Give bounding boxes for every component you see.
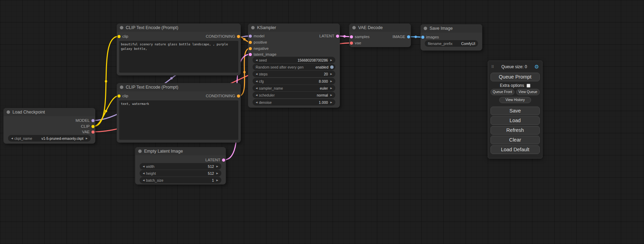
slot-dot[interactable] <box>237 94 240 98</box>
input-slot-negative[interactable]: negative <box>249 45 268 52</box>
collapse-dot-icon[interactable] <box>352 26 356 29</box>
increment-arrow-icon[interactable]: ▶ <box>329 87 334 90</box>
increment-arrow-icon[interactable]: ▶ <box>329 73 334 75</box>
slot-dot[interactable] <box>249 53 252 56</box>
node-clip-text-encode-negative[interactable]: CLIP Text Encode (Prompt) clip CONDITION… <box>117 83 241 143</box>
increment-arrow-icon[interactable]: ▶ <box>329 101 334 104</box>
increment-arrow-icon[interactable]: ▶ <box>215 172 220 175</box>
node-vae-decode[interactable]: VAE Decode samples vae IMAGE <box>349 24 411 47</box>
slot-dot[interactable] <box>237 35 240 38</box>
drag-handle-icon[interactable]: ⠿ <box>491 65 494 69</box>
slot-dot[interactable] <box>421 36 424 39</box>
slot-dot[interactable] <box>91 125 95 128</box>
widget-sampler-name[interactable]: ◀ sampler_name euler ▶ <box>253 85 335 91</box>
decrement-arrow-icon[interactable]: ◀ <box>254 101 259 104</box>
input-slot-images[interactable]: images <box>421 34 439 40</box>
widget-width[interactable]: ◀ width 512 ▶ <box>140 163 221 170</box>
input-slot-clip[interactable]: clip <box>117 33 128 39</box>
output-slot-latent[interactable]: LATENT <box>205 157 225 163</box>
decrement-arrow-icon[interactable]: ◀ <box>254 94 259 97</box>
node-titlebar[interactable]: Empty Latent Image <box>135 147 226 155</box>
output-slot-conditioning[interactable]: CONDITIONING <box>206 33 240 39</box>
output-slot-vae[interactable]: VAE <box>82 129 95 135</box>
node-ksampler[interactable]: KSampler model positive negative latent_… <box>248 24 340 108</box>
increment-arrow-icon[interactable]: ▶ <box>215 179 220 182</box>
slot-dot[interactable] <box>117 94 121 98</box>
widget-control-after-generate[interactable]: Random seed after every gen enabled <box>253 64 335 70</box>
view-history-button[interactable]: View History <box>499 97 531 103</box>
collapse-dot-icon[interactable] <box>120 85 123 89</box>
node-clip-text-encode-positive[interactable]: CLIP Text Encode (Prompt) clip CONDITION… <box>117 24 241 75</box>
collapse-dot-icon[interactable] <box>251 26 255 29</box>
output-slot-latent[interactable]: LATENT <box>319 33 339 39</box>
prompt-textarea[interactable]: text, watermark <box>119 100 238 140</box>
input-slot-model[interactable]: model <box>249 33 264 39</box>
slot-dot[interactable] <box>249 35 252 38</box>
slot-dot[interactable] <box>91 119 95 122</box>
node-titlebar[interactable]: KSampler <box>248 24 340 32</box>
refresh-button[interactable]: Refresh <box>491 126 540 135</box>
increment-arrow-icon[interactable]: ▶ <box>329 59 334 62</box>
decrement-arrow-icon[interactable]: ◀ <box>254 73 259 75</box>
slot-dot[interactable] <box>350 42 353 45</box>
decrement-arrow-icon[interactable]: ◀ <box>141 165 146 168</box>
decrement-arrow-icon[interactable]: ◀ <box>141 172 146 175</box>
slot-dot[interactable] <box>117 35 121 38</box>
slot-dot[interactable] <box>249 41 252 44</box>
queue-prompt-button[interactable]: Queue Prompt <box>491 73 540 81</box>
collapse-dot-icon[interactable] <box>7 110 10 114</box>
node-graph-canvas[interactable]: Load Checkpoint MODEL CLIP VAE ◀ ckpt_na… <box>0 0 644 244</box>
widget-filename-prefix[interactable]: filename_prefix ComfyUI <box>425 40 478 47</box>
output-slot-image[interactable]: IMAGE <box>392 34 410 40</box>
clear-button[interactable]: Clear <box>491 136 540 144</box>
widget-ckpt-name[interactable]: ◀ ckpt_name v1-5-pruned-emaonly.ckpt ▶ <box>8 135 91 142</box>
slot-dot[interactable] <box>350 35 353 38</box>
load-default-button[interactable]: Load Default <box>491 145 540 154</box>
slot-dot[interactable] <box>91 130 95 134</box>
node-titlebar[interactable]: Load Checkpoint <box>3 108 95 116</box>
decrement-arrow-icon[interactable]: ◀ <box>254 59 259 62</box>
node-save-image[interactable]: Save Image images filename_prefix ComfyU… <box>421 24 482 51</box>
queue-front-button[interactable]: Queue Front <box>491 89 514 95</box>
node-titlebar[interactable]: CLIP Text Encode (Prompt) <box>117 83 241 91</box>
widget-cfg[interactable]: ◀ cfg 8.000 ▶ <box>253 78 335 84</box>
input-slot-samples[interactable]: samples <box>350 34 370 40</box>
collapse-dot-icon[interactable] <box>424 27 427 30</box>
decrement-arrow-icon[interactable]: ◀ <box>254 87 259 90</box>
node-titlebar[interactable]: CLIP Text Encode (Prompt) <box>117 24 241 32</box>
output-slot-conditioning[interactable]: CONDITIONING <box>206 93 240 99</box>
input-slot-vae[interactable]: vae <box>350 40 361 46</box>
decrement-arrow-icon[interactable]: ◀ <box>141 179 146 182</box>
node-titlebar[interactable]: VAE Decode <box>349 24 411 32</box>
node-titlebar[interactable]: Save Image <box>421 24 482 33</box>
widget-batch-size[interactable]: ◀ batch_size 1 ▶ <box>140 177 221 183</box>
input-slot-positive[interactable]: positive <box>249 39 267 45</box>
widget-seed[interactable]: ◀ seed 156680208700286 ▶ <box>253 57 335 63</box>
decrement-arrow-icon[interactable]: ◀ <box>10 137 14 140</box>
collapse-dot-icon[interactable] <box>120 26 123 29</box>
slot-dot[interactable] <box>336 35 339 38</box>
increment-arrow-icon[interactable]: ▶ <box>85 137 89 140</box>
increment-arrow-icon[interactable]: ▶ <box>329 94 334 97</box>
output-slot-model[interactable]: MODEL <box>76 117 95 124</box>
widget-denoise[interactable]: ◀ denoise 1.000 ▶ <box>253 99 335 106</box>
increment-arrow-icon[interactable]: ▶ <box>215 165 220 168</box>
widget-height[interactable]: ◀ height 512 ▶ <box>140 170 221 177</box>
widget-scheduler[interactable]: ◀ scheduler normal ▶ <box>253 92 335 98</box>
node-empty-latent-image[interactable]: Empty Latent Image LATENT ◀ width 512 ▶ … <box>135 147 226 184</box>
settings-gear-icon[interactable]: ⚙ <box>535 64 539 70</box>
load-button[interactable]: Load <box>491 116 540 125</box>
toggle-on-indicator[interactable] <box>330 65 334 69</box>
prompt-textarea[interactable]: beautiful scenery nature glass bottle la… <box>119 41 238 73</box>
collapse-dot-icon[interactable] <box>138 150 142 153</box>
decrement-arrow-icon[interactable]: ◀ <box>254 80 259 83</box>
slot-dot[interactable] <box>249 47 252 50</box>
increment-arrow-icon[interactable]: ▶ <box>329 80 334 83</box>
view-queue-button[interactable]: View Queue <box>516 89 540 95</box>
slot-dot[interactable] <box>407 35 410 38</box>
slot-dot[interactable] <box>222 159 225 162</box>
node-load-checkpoint[interactable]: Load Checkpoint MODEL CLIP VAE ◀ ckpt_na… <box>3 108 95 144</box>
save-button[interactable]: Save <box>491 107 540 115</box>
input-slot-clip[interactable]: clip <box>117 93 128 99</box>
widget-steps[interactable]: ◀ steps 20 ▶ <box>253 71 335 77</box>
